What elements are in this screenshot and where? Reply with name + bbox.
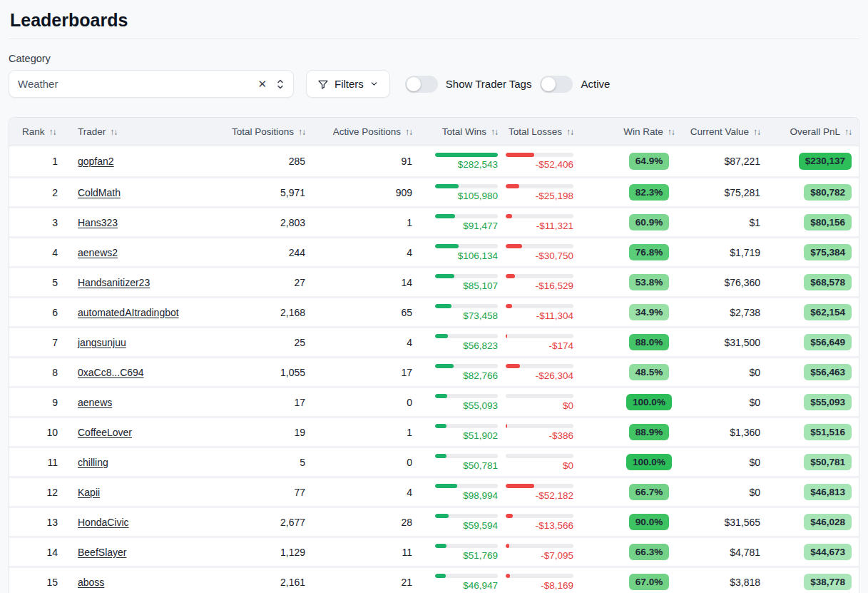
overall-pnl-badge-cell: $80,156 [783,214,859,231]
clear-icon[interactable]: ✕ [251,78,273,89]
trader-link[interactable]: ColdMath [78,187,121,198]
total-wins-value: $56,823 [463,340,498,351]
total-wins-value: $51,902 [463,430,498,441]
trader-link[interactable]: aenews [78,397,112,408]
column-header-total-wins[interactable]: Total Wins↑↓ [431,126,504,137]
trader-link[interactable]: BeefSlayer [78,547,126,558]
trader-link[interactable]: automatedAItradingbot [78,307,179,318]
filter-funnel-icon [317,78,329,90]
sort-icon[interactable]: ↑↓ [491,127,498,137]
total-wins-value: $98,994 [463,490,498,501]
overall-pnl-badge-cell: $44,673 [783,544,859,561]
active-positions-cell: 11 [324,547,431,558]
active-toggle[interactable] [540,76,573,93]
total-wins-cell: $46,947 [431,574,504,591]
trader-link[interactable]: jangsunjuu [78,337,126,348]
total-wins-value: $85,107 [463,280,498,291]
total-positions-cell: 19 [242,427,324,438]
total-losses-cell: -$16,529 [504,274,588,291]
sort-icon[interactable]: ↑↓ [753,127,760,137]
total-positions-cell: 77 [242,487,324,498]
category-select[interactable]: Weather ✕ [9,70,294,98]
show-trader-tags-toggle[interactable] [405,76,438,93]
overall-pnl-badge-cell: $51,516 [783,424,859,441]
table-header-row: Rank↑↓Trader↑↓Total Positions↑↓Active Po… [9,118,859,146]
trader-link[interactable]: aenews2 [78,247,118,258]
total-wins-value: $105,980 [458,191,498,201]
column-header-active-positions[interactable]: Active Positions↑↓ [324,126,431,137]
total-positions-cell: 1,129 [242,547,324,558]
sort-icon[interactable]: ↑↓ [668,127,675,137]
win-rate-badge: 100.0% [626,394,672,411]
active-positions-cell: 17 [324,367,431,378]
trader-link[interactable]: Hans323 [78,217,118,228]
total-losses-value: -$52,406 [536,159,573,170]
active-positions-cell: 65 [324,307,431,318]
sort-icon[interactable]: ↑↓ [298,127,305,137]
trader-link[interactable]: chilling [78,457,108,468]
total-wins-value: $50,781 [463,460,498,471]
trader-cell: aenews [78,397,242,408]
current-value-cell: $2,738 [710,307,783,318]
trader-link[interactable]: Kapii [78,487,100,498]
total-wins-cell: $50,781 [431,454,504,471]
sort-icon[interactable]: ↑↓ [844,127,852,137]
rank-cell: 2 [9,187,78,198]
sort-icon[interactable]: ↑↓ [405,127,412,137]
sort-icon[interactable]: ↑↓ [110,127,117,137]
table-row: 2ColdMath5,971909$105,980-$25,19882.3%$7… [9,176,859,206]
table-row: 15aboss2,16121$46,947-$8,16967.0%$3,818$… [9,566,859,593]
total-losses-value: -$30,750 [536,250,573,261]
win-rate-badge: 64.9% [629,153,669,170]
total-positions-cell: 285 [242,156,324,167]
overall-pnl-badge-cell: $80,782 [783,184,859,201]
win-rate-badge-cell: 67.0% [588,574,710,591]
rank-cell: 8 [9,367,78,378]
overall-pnl-badge-cell: $56,649 [783,334,859,351]
total-losses-value: -$52,182 [536,490,573,501]
column-header-current-value[interactable]: Current Value↑↓ [710,126,783,137]
total-wins-cell: $106,134 [431,244,504,261]
toggle-knob [541,77,556,91]
total-losses-bar [506,274,573,278]
table-row: 6automatedAItradingbot2,16865$73,458-$11… [9,296,859,326]
select-updown-icon[interactable] [273,78,285,90]
win-rate-badge: 76.8% [629,244,669,261]
filters-button[interactable]: Filters [306,70,390,98]
active-positions-cell: 0 [324,397,431,408]
rank-cell: 15 [9,577,78,588]
win-rate-badge: 88.0% [629,334,669,351]
total-losses-cell: -$13,566 [504,514,588,531]
win-rate-badge-cell: 64.9% [588,153,710,170]
current-value-cell: $0 [710,397,783,408]
total-wins-cell: $55,093 [431,394,504,411]
column-header-overall-pnl[interactable]: Overall PnL↑↓ [783,126,859,137]
win-rate-badge-cell: 48.5% [588,364,710,381]
current-value-cell: $1 [710,217,783,228]
win-rate-badge: 88.9% [629,424,669,441]
rank-cell: 3 [9,217,78,228]
current-value-cell: $4,781 [710,547,783,558]
column-header-rank[interactable]: Rank↑↓ [9,126,78,137]
win-rate-badge-cell: 88.0% [588,334,710,351]
trader-link[interactable]: HondaCivic [78,517,129,528]
table-row: 9aenews170$55,093$0100.0%$0$55,093 [9,386,859,416]
trader-link[interactable]: aboss [78,577,104,588]
total-losses-value: -$386 [548,430,573,441]
total-losses-bar [506,544,573,548]
total-wins-bar [435,153,498,157]
total-losses-cell: -$11,304 [504,304,588,321]
sort-icon[interactable]: ↑↓ [566,127,573,137]
sort-icon[interactable]: ↑↓ [49,127,56,137]
overall-pnl-badge: $46,028 [804,514,852,531]
trader-link[interactable]: gopfan2 [78,156,114,167]
trader-link[interactable]: 0xaCc8...C694 [78,367,144,378]
column-header-total-positions[interactable]: Total Positions↑↓ [242,126,324,137]
overall-pnl-badge-cell: $46,813 [783,484,859,501]
overall-pnl-badge-cell: $62,154 [783,304,859,321]
trader-link[interactable]: CoffeeLover [78,427,132,438]
column-header-total-losses[interactable]: Total Losses↑↓ [504,126,588,137]
trader-link[interactable]: Handsanitizer23 [78,277,150,288]
total-losses-cell: -$11,321 [504,214,588,231]
column-header-trader[interactable]: Trader↑↓ [78,126,242,137]
